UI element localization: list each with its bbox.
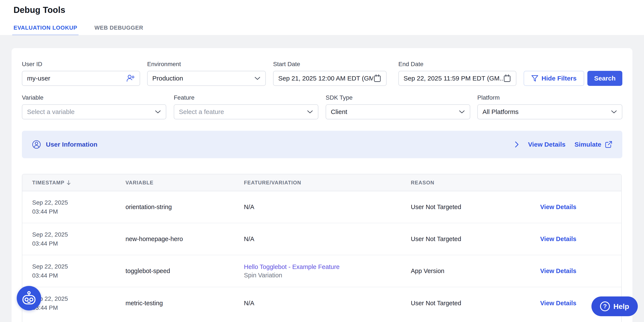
timestamp-date: Sep 22, 2025 — [32, 294, 126, 303]
external-link-icon — [605, 141, 612, 148]
view-details-link[interactable]: View Details — [540, 203, 576, 210]
hide-filters-label: Hide Filters — [542, 75, 576, 82]
banner-view-details-link[interactable]: View Details — [528, 141, 566, 148]
timestamp-cell: Sep 22, 2025 03:44 PM — [32, 198, 126, 216]
user-information-title: User Information — [46, 141, 98, 148]
top-header: Debug Tools EVALUATION LOOKUP WEB DEBUGG… — [0, 0, 644, 35]
timestamp-time: 03:44 PM — [32, 239, 126, 248]
platform-value: All Platforms — [482, 108, 518, 116]
timestamp-cell: Sep 22, 2025 03:44 PM — [32, 294, 126, 312]
reason-cell: User Not Targeted — [411, 203, 540, 211]
feature-cell: Hello Togglebot - Example FeatureSpin Va… — [244, 263, 411, 279]
start-date-input[interactable]: Sep 21, 2025 12:00 AM EDT (GM... — [273, 71, 386, 86]
variable-field-group: Variable Select a variable — [22, 93, 166, 119]
timestamp-column-label: TIMESTAMP — [32, 180, 64, 186]
timestamp-time: 03:44 PM — [32, 271, 126, 280]
calendar-icon[interactable] — [503, 74, 511, 83]
feature-cell: N/A — [244, 235, 411, 243]
column-header-variable[interactable]: VARIABLE — [126, 180, 244, 186]
chevron-down-icon — [155, 110, 161, 114]
tab-evaluation-lookup[interactable]: EVALUATION LOOKUP — [12, 23, 78, 36]
timestamp-date: Sep 22, 2025 — [32, 230, 126, 239]
simulate-label: Simulate — [574, 141, 601, 148]
banner-view-details-label: View Details — [528, 141, 566, 148]
question-mark-icon: ? — [600, 301, 610, 311]
user-id-input[interactable]: my-user — [22, 71, 140, 86]
search-button-label: Search — [594, 75, 616, 82]
variable-label: Variable — [22, 93, 166, 102]
variable-select[interactable]: Select a variable — [22, 104, 166, 119]
page-title: Debug Tools — [14, 5, 65, 15]
chevron-down-icon — [254, 76, 261, 80]
togglebot-fab-button[interactable] — [17, 286, 41, 310]
user-id-value: my-user — [27, 75, 50, 82]
feature-link[interactable]: Hello Togglebot - Example Feature — [244, 263, 340, 270]
feature-cell: N/A — [244, 300, 411, 307]
environment-select[interactable]: Production — [147, 71, 266, 86]
column-header-timestamp[interactable]: TIMESTAMP — [32, 180, 126, 186]
platform-label: Platform — [477, 93, 622, 102]
filter-funnel-icon — [531, 75, 538, 82]
timestamp-date: Sep 22, 2025 — [32, 262, 126, 271]
end-date-label: End Date — [398, 60, 516, 69]
user-information-toggle[interactable]: User Information — [32, 140, 98, 149]
table-row: Sep 22, 2025 03:44 PM new-homepage-hero … — [22, 223, 621, 255]
sdk-type-select[interactable]: Client — [326, 104, 470, 119]
table-row: Sep 22, 2025 03:44 PM togglebot-speed He… — [22, 255, 621, 287]
tab-bar: EVALUATION LOOKUP WEB DEBUGGER — [12, 23, 144, 36]
tab-web-debugger[interactable]: WEB DEBUGGER — [93, 23, 144, 36]
simulate-link[interactable]: Simulate — [574, 141, 612, 148]
variable-placeholder: Select a variable — [27, 108, 75, 116]
search-button[interactable]: Search — [587, 71, 622, 86]
end-date-field-group: End Date Sep 22, 2025 11:59 PM EDT (GM..… — [398, 60, 516, 86]
user-circle-icon — [32, 140, 41, 149]
feature-field-group: Feature Select a feature — [174, 93, 318, 119]
help-button-label: Help — [613, 302, 629, 311]
robot-icon — [21, 290, 37, 306]
reason-cell: App Version — [411, 267, 540, 274]
variable-cell: togglebot-speed — [126, 267, 244, 274]
column-header-feature-variation[interactable]: FEATURE/VARIATION — [244, 180, 411, 186]
variable-cell: metric-testing — [126, 300, 244, 307]
chevron-down-icon — [307, 110, 313, 114]
platform-field-group: Platform All Platforms — [477, 93, 622, 119]
chevron-right-icon[interactable] — [515, 141, 519, 148]
user-plus-icon[interactable] — [126, 74, 135, 83]
platform-select[interactable]: All Platforms — [477, 104, 622, 119]
variable-cell: orientation-string — [126, 203, 244, 211]
hide-filters-button[interactable]: Hide Filters — [524, 71, 584, 86]
table-row-partial — [22, 319, 621, 322]
reason-cell: User Not Targeted — [411, 235, 540, 243]
environment-label: Environment — [147, 60, 266, 69]
start-date-value: Sep 21, 2025 12:00 AM EDT (GM... — [278, 75, 373, 82]
end-date-value: Sep 22, 2025 11:59 PM EDT (GM... — [404, 75, 503, 82]
view-details-link[interactable]: View Details — [540, 300, 576, 306]
end-date-input[interactable]: Sep 22, 2025 11:59 PM EDT (GM... — [398, 71, 516, 86]
timestamp-time: 03:44 PM — [32, 207, 126, 216]
feature-select[interactable]: Select a feature — [174, 104, 318, 119]
chevron-down-icon — [611, 110, 617, 114]
table-header-row: TIMESTAMP VARIABLE FEATURE/VARIATION REA… — [22, 174, 621, 191]
user-id-field-group: User ID my-user — [22, 60, 140, 86]
timestamp-time: 03:44 PM — [32, 303, 126, 312]
view-details-link[interactable]: View Details — [540, 267, 576, 274]
reason-cell: User Not Targeted — [411, 300, 540, 307]
column-header-reason[interactable]: REASON — [411, 180, 540, 186]
user-information-banner: User Information View Details Simulate — [22, 131, 622, 158]
timestamp-date: Sep 22, 2025 — [32, 198, 126, 207]
view-details-link[interactable]: View Details — [540, 235, 576, 242]
page-background: User ID my-user Environment Production — [0, 35, 644, 322]
sort-descending-icon — [66, 180, 71, 185]
user-id-label: User ID — [22, 60, 140, 69]
start-date-label: Start Date — [273, 60, 386, 69]
feature-label: Feature — [174, 93, 318, 102]
feature-cell: N/A — [244, 203, 411, 211]
evaluations-table: TIMESTAMP VARIABLE FEATURE/VARIATION REA… — [22, 174, 622, 322]
calendar-icon[interactable] — [373, 74, 382, 83]
environment-field-group: Environment Production — [147, 60, 266, 86]
help-button[interactable]: ? Help — [592, 296, 638, 316]
table-row: Sep 22, 2025 03:44 PM orientation-string… — [22, 191, 621, 223]
banner-actions: View Details Simulate — [515, 141, 612, 148]
feature-placeholder: Select a feature — [179, 108, 224, 116]
variable-cell: new-homepage-hero — [126, 235, 244, 243]
